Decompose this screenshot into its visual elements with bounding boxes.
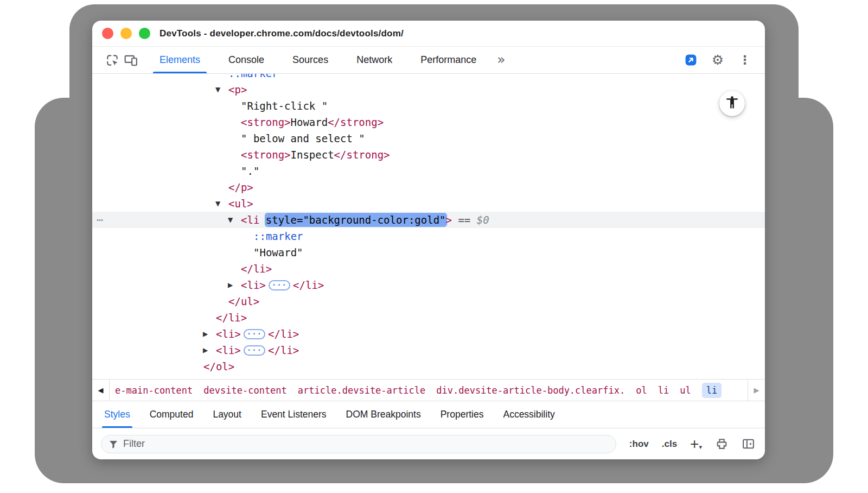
hidden-children-icon[interactable]: ··· <box>244 345 265 356</box>
breadcrumb-item[interactable]: li <box>658 385 669 396</box>
tab-console[interactable]: Console <box>214 47 278 73</box>
dom-tree-row[interactable]: <strong>Howard</strong> <box>92 114 765 130</box>
close-button[interactable] <box>102 28 113 39</box>
dom-token: <strong> <box>241 116 291 128</box>
hidden-children-icon[interactable]: ··· <box>269 280 290 290</box>
dom-token: > <box>446 214 452 226</box>
dom-token: $0 <box>477 214 489 226</box>
disclosure-triangle-icon[interactable]: ▶ <box>228 277 233 293</box>
disclosure-triangle-icon[interactable]: ▼ <box>228 212 233 228</box>
dom-tree-row[interactable]: "." <box>92 163 765 179</box>
devtools-toolbar: ElementsConsoleSourcesNetworkPerformance… <box>92 47 765 74</box>
dom-token <box>452 214 458 226</box>
tab-sources[interactable]: Sources <box>278 47 342 73</box>
disclosure-triangle-icon[interactable]: ▼ <box>215 81 220 98</box>
dom-token: " below and select " <box>241 132 365 144</box>
breadcrumb-item[interactable]: ol <box>636 385 647 396</box>
breadcrumb-next-icon[interactable]: ▶ <box>748 380 765 401</box>
dom-tree-row[interactable]: ▼<p> <box>92 81 765 98</box>
breadcrumb-item[interactable]: li <box>702 383 722 398</box>
disclosure-triangle-icon[interactable]: ▼ <box>215 195 220 212</box>
breadcrumb-item[interactable]: ul <box>680 385 691 396</box>
toggle-sidebar-icon[interactable] <box>742 437 755 451</box>
styles-tab-dom-breakpoints[interactable]: DOM Breakpoints <box>336 401 431 428</box>
styles-filter-bar: :hov .cls + ▾ <box>92 428 765 459</box>
tab-elements[interactable]: Elements <box>145 47 214 73</box>
cls-toggle[interactable]: .cls <box>662 439 677 450</box>
styles-tab-properties[interactable]: Properties <box>431 401 494 428</box>
dom-token: </ol> <box>203 361 234 372</box>
breadcrumb-item[interactable]: devsite-content <box>203 385 287 396</box>
hov-toggle[interactable]: :hov <box>629 439 649 450</box>
filter-funnel-icon <box>108 439 118 449</box>
disclosure-triangle-icon[interactable]: ▶ <box>203 326 208 342</box>
selected-attribute-text: style="background-color:gold" <box>266 214 446 226</box>
toolbar-right-actions: ⚙ ⋮ <box>681 51 754 69</box>
sidebar-panel-tabs: StylesComputedLayoutEvent ListenersDOM B… <box>92 401 765 428</box>
breadcrumb-prev-icon[interactable]: ◀ <box>92 380 110 401</box>
breadcrumb-item[interactable]: article.devsite-article <box>298 385 425 396</box>
settings-gear-icon[interactable]: ⚙ <box>709 51 727 69</box>
more-options-icon[interactable]: ⋮ <box>736 51 754 69</box>
undock-icon[interactable] <box>681 51 700 69</box>
minimize-button[interactable] <box>120 28 132 39</box>
more-tabs-icon[interactable]: » <box>490 52 512 67</box>
breadcrumb-item[interactable]: e-main-content <box>115 385 193 396</box>
zoom-button[interactable] <box>139 28 150 39</box>
dom-token: </p> <box>228 181 253 193</box>
dom-token: <strong> <box>241 149 291 161</box>
device-toolbar-icon[interactable] <box>122 51 140 69</box>
dom-tree-row[interactable]: ::marker <box>92 74 765 81</box>
tab-performance[interactable]: Performance <box>406 47 490 73</box>
dom-tree-row[interactable]: ::marker <box>92 228 765 244</box>
styles-tab-computed[interactable]: Computed <box>140 401 203 428</box>
dom-token: </ul> <box>228 295 259 307</box>
plus-icon: + <box>690 439 699 450</box>
styles-pane-controls: :hov .cls + ▾ <box>629 437 756 451</box>
devtools-window: DevTools - developer.chrome.com/docs/dev… <box>92 21 765 459</box>
breadcrumb-item[interactable]: div.devsite-article-body.clearfix. <box>436 385 625 396</box>
dom-tree-row[interactable]: ▼<ul> <box>92 195 765 212</box>
dom-tree-row[interactable]: </p> <box>92 179 765 195</box>
dom-token <box>470 214 476 226</box>
dom-token: "Right-click " <box>241 100 328 112</box>
dom-tree-row[interactable]: </ol> <box>92 358 765 375</box>
accessibility-fab[interactable] <box>719 91 745 116</box>
styles-tab-styles[interactable]: Styles <box>94 401 140 428</box>
rendering-emulations-icon[interactable] <box>715 437 729 451</box>
dom-tree-row[interactable]: ⋯▼<li style="background-color:gold"> == … <box>92 212 765 228</box>
dom-token: <li> <box>216 344 241 356</box>
dom-token: ::marker <box>253 230 303 242</box>
dom-token: <li> <box>216 328 241 340</box>
filter-input-wrap[interactable] <box>101 435 616 453</box>
dom-tree-row[interactable]: " below and select " <box>92 130 765 147</box>
dom-tree-row[interactable]: "Howard" <box>92 244 765 261</box>
dom-tree-row[interactable]: ▶<li>···</li> <box>92 326 765 342</box>
inspect-icon[interactable] <box>103 51 122 69</box>
styles-tab-accessibility[interactable]: Accessibility <box>493 401 564 428</box>
dom-tree-row[interactable]: </li> <box>92 309 765 326</box>
styles-tab-event-listeners[interactable]: Event Listeners <box>251 401 336 428</box>
dom-tree-row[interactable]: ▶<li>···</li> <box>92 342 765 358</box>
dom-tree-row[interactable]: </ul> <box>92 293 765 309</box>
tab-network[interactable]: Network <box>342 47 406 73</box>
filter-input[interactable] <box>123 438 609 450</box>
dom-token: ::marker <box>228 74 278 79</box>
dom-tree-row[interactable]: "Right-click " <box>92 98 765 114</box>
dom-tree: ::marker▼<p>"Right-click "<strong>Howard… <box>92 74 765 379</box>
styles-tab-layout[interactable]: Layout <box>203 401 251 428</box>
row-overflow-icon[interactable]: ⋯ <box>97 212 103 228</box>
dom-tree-row[interactable]: </li> <box>92 261 765 277</box>
dom-token: "Howard" <box>253 246 303 258</box>
dom-token <box>259 214 265 226</box>
hidden-children-icon[interactable]: ··· <box>244 329 265 339</box>
dom-token: <li <box>241 214 259 226</box>
dom-tree-row[interactable]: <strong>Inspect</strong> <box>92 147 765 163</box>
dom-token: </li> <box>268 344 299 356</box>
breadcrumb: e-main-contentdevsite-contentarticle.dev… <box>110 380 748 401</box>
dom-tree-row[interactable]: ▶<li>···</li> <box>92 277 765 293</box>
new-style-rule-button[interactable]: + ▾ <box>690 439 702 450</box>
breadcrumb-bar: ◀ e-main-contentdevsite-contentarticle.d… <box>92 379 765 401</box>
disclosure-triangle-icon[interactable]: ▶ <box>203 342 208 358</box>
traffic-lights <box>102 28 150 39</box>
